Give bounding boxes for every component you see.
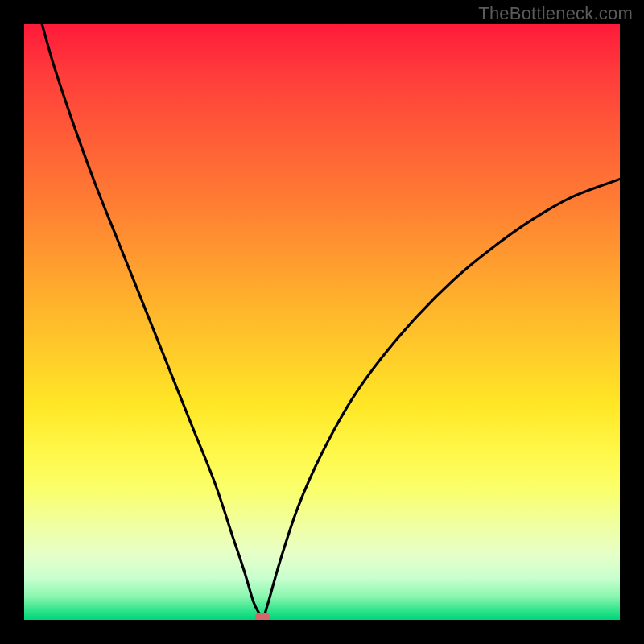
curve-svg [24, 24, 620, 620]
watermark-text: TheBottleneck.com [478, 3, 633, 24]
chart-container: TheBottleneck.com [0, 0, 644, 644]
bottleneck-curve [42, 24, 620, 620]
minimum-marker [255, 613, 270, 620]
plot-area [24, 24, 620, 620]
